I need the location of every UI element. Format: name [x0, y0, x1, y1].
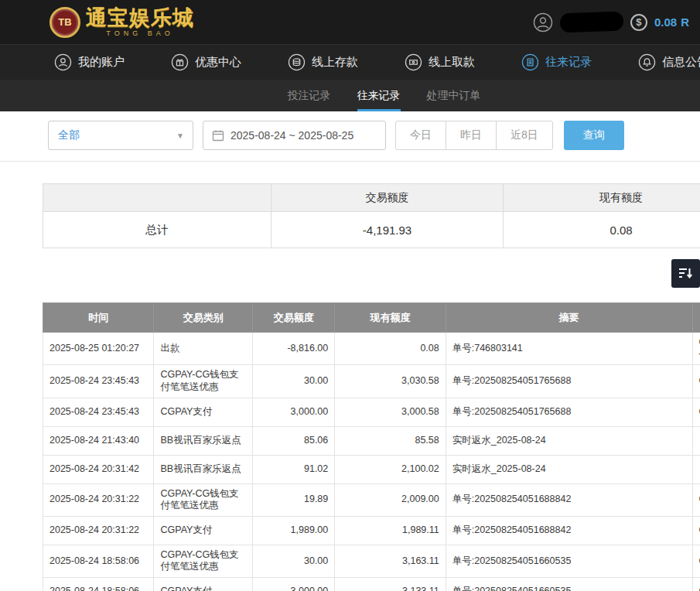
yesterday-button[interactable]: 昨日	[446, 121, 497, 150]
cell-type: CGPAY支付	[154, 398, 253, 426]
cell-type: CGPAY-CG钱包支付笔笔送优惠	[154, 545, 253, 577]
bell-icon	[638, 53, 656, 71]
cell-time: 2025-08-24 23:45:43	[43, 365, 154, 398]
nav-item-announcements[interactable]: 信息公告	[638, 53, 700, 71]
tab-label: 投注记录	[288, 89, 331, 103]
table-row: 2025-08-24 20:31:22 CGPAY支付 1,989.00 1,9…	[43, 516, 700, 545]
cell-type: CGPAY支付	[154, 578, 253, 591]
cell-balance: 0.08	[335, 333, 446, 365]
cell-amount: 3,000.00	[253, 578, 335, 591]
cell-note: CG钱包	[692, 398, 700, 426]
quick-date-group: 今日 昨日 近8日	[395, 121, 553, 150]
transactions-body: 2025-08-25 01:20:27 出款 -8,816.00 0.08 单号…	[43, 333, 700, 591]
cell-note: CG钱包	[692, 483, 700, 516]
summary-current-total: 0.08	[504, 212, 700, 248]
divider	[0, 161, 700, 162]
currency-icon: $	[630, 14, 647, 31]
cell-balance: 1,989.11	[335, 516, 446, 545]
header-time: 时间	[43, 303, 154, 333]
nav-label: 线上存款	[312, 55, 358, 70]
header-amount: 交易额度	[253, 303, 335, 333]
cell-balance: 3,133.11	[335, 578, 446, 591]
nav-item-deposit[interactable]: 线上存款	[288, 53, 358, 71]
cell-time: 2025-08-24 18:58:06	[43, 578, 154, 591]
cell-amount: 85.06	[253, 426, 335, 455]
nav-item-promotions[interactable]: 优惠中心	[171, 53, 241, 71]
table-row: 2025-08-24 23:45:43 CGPAY-CG钱包支付笔笔送优惠 30…	[43, 365, 700, 398]
tab-pending-orders[interactable]: 处理中订单	[427, 80, 481, 111]
tab-transaction-records[interactable]: 往来记录	[357, 80, 401, 111]
table-row: 2025-08-25 01:20:27 出款 -8,816.00 0.08 单号…	[43, 333, 700, 365]
cell-time: 2025-08-24 20:31:22	[43, 483, 154, 516]
cell-note: CG钱包	[692, 545, 700, 577]
summary-total-label: 总计	[43, 212, 271, 248]
user-icon	[54, 53, 72, 71]
logo-subtitle: TONG BAO	[86, 30, 194, 37]
cell-type: CGPAY-CG钱包支付笔笔送优惠	[154, 365, 253, 398]
cell-time: 2025-08-24 20:31:22	[43, 516, 154, 545]
type-select-value: 全部	[58, 128, 80, 142]
user-avatar-icon[interactable]	[533, 12, 553, 32]
cell-summary: 单号:202508254051660535	[446, 578, 692, 591]
cell-amount: 91.02	[253, 455, 335, 483]
tab-betting-records[interactable]: 投注记录	[288, 80, 331, 111]
cell-balance: 3,030.58	[335, 365, 446, 398]
date-range-input[interactable]: 2025-08-24 ~ 2025-08-25	[203, 121, 386, 150]
balance-amount: 0.08	[654, 15, 677, 29]
cell-type: 出款	[154, 333, 253, 365]
cell-amount: -8,816.00	[253, 333, 335, 365]
topbar: TB 通宝娱乐城 TONG BAO $ 0.08 R	[0, 0, 700, 44]
calendar-icon	[212, 129, 224, 142]
summary-header-transaction: 交易额度	[271, 184, 504, 212]
logo-chip-label: TB	[58, 16, 71, 28]
sort-button[interactable]	[671, 259, 700, 288]
nav-label: 信息公告	[662, 55, 700, 70]
gift-icon	[171, 53, 189, 71]
cell-summary: 单号:202508254051688842	[446, 483, 692, 516]
cell-time: 2025-08-24 23:45:43	[43, 398, 154, 426]
logo-chip-icon: TB	[50, 7, 80, 38]
cell-summary: 单号:202508254051660535	[446, 545, 692, 577]
cell-time: 2025-08-24 21:43:40	[43, 426, 154, 455]
table-row: 2025-08-24 18:58:06 CGPAY-CG钱包支付笔笔送优惠 30…	[43, 545, 700, 577]
cell-balance: 3,000.58	[335, 398, 446, 426]
cell-note: CG钱包	[692, 516, 700, 545]
cell-type: BB视讯百家乐返点	[154, 455, 253, 483]
today-button[interactable]: 今日	[395, 121, 446, 150]
cell-balance: 85.58	[335, 426, 446, 455]
cell-type: BB视讯百家乐返点	[154, 426, 253, 455]
last-8-days-button[interactable]: 近8日	[496, 121, 553, 150]
summary-transaction-total: -4,191.93	[271, 212, 504, 248]
nav-label: 线上取款	[429, 55, 475, 70]
cell-summary: 单号:202508254051765688	[446, 365, 692, 398]
summary-table: 交易额度 现有额度 总计 -4,191.93 0.08	[43, 183, 700, 248]
nav-item-transaction-records[interactable]: 往来记录	[521, 53, 592, 71]
type-select[interactable]: 全部 ▼	[48, 121, 193, 150]
logo-text: 通宝娱乐城 TONG BAO	[86, 8, 194, 37]
cell-note	[692, 455, 700, 483]
search-button[interactable]: 查询	[564, 121, 624, 150]
nav-item-my-account[interactable]: 我的账户	[54, 53, 125, 71]
sort-descending-icon	[678, 265, 694, 282]
table-row: 2025-08-24 20:31:22 CGPAY-CG钱包支付笔笔送优惠 19…	[43, 483, 700, 516]
cell-type: CGPAY支付	[154, 516, 253, 545]
main-nav: 我的账户 优惠中心 线上存款 线上取款 往来记录 信息公告	[0, 44, 700, 80]
nav-item-withdraw[interactable]: 线上取款	[405, 53, 475, 71]
site-logo[interactable]: TB 通宝娱乐城 TONG BAO	[50, 7, 194, 38]
topbar-right: $ 0.08 R	[533, 12, 689, 32]
logo-title: 通宝娱乐城	[86, 8, 194, 29]
cell-balance: 3,163.11	[335, 545, 446, 577]
header-note: 备注	[692, 303, 700, 333]
cell-summary: 单号:202508254051765688	[446, 398, 692, 426]
cell-summary: 单号:202508254051688842	[446, 516, 692, 545]
cell-time: 2025-08-24 20:31:42	[43, 455, 154, 483]
deposit-icon	[288, 53, 306, 71]
header-balance: 现有额度	[335, 303, 446, 333]
summary-header-blank	[43, 184, 271, 212]
cell-summary: 实时返水_2025-08-24	[446, 426, 692, 455]
summary-header-current: 现有额度	[504, 184, 700, 212]
cell-summary: 实时返水_2025-08-24	[446, 455, 692, 483]
cell-time: 2025-08-24 18:58:06	[43, 545, 154, 577]
transactions-table: 时间 交易类别 交易额度 现有额度 摘要 备注 2025-08-25 01:20…	[43, 302, 700, 591]
records-icon	[521, 53, 539, 71]
